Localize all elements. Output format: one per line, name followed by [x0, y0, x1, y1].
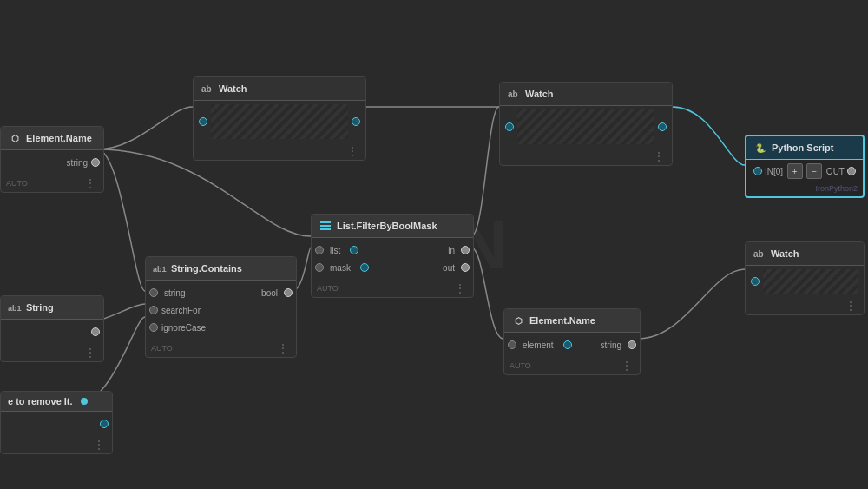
string-contains-searchfor-in[interactable]	[149, 306, 158, 314]
element-name-node-2: ⬡ Element.Name element string AUTO ⋮	[503, 308, 641, 375]
string-node-body	[1, 320, 103, 344]
python-icon: 🐍	[753, 141, 767, 155]
python-plus-btn[interactable]: +	[787, 163, 803, 179]
watch-2-port-in[interactable]	[505, 122, 514, 131]
element-icon-1: ⬡	[8, 131, 22, 145]
element-name-2-header: ⬡ Element.Name	[504, 309, 640, 333]
list-filter-list-out[interactable]	[350, 246, 358, 254]
element-name-1-header: ⬡ Element.Name	[1, 127, 103, 150]
element-name-2-element-in[interactable]	[508, 340, 516, 349]
list-filter-menu[interactable]: ⋮	[452, 281, 468, 295]
string-node-menu[interactable]: ⋮	[82, 346, 98, 360]
note-header: e to remove It.	[1, 392, 112, 412]
svg-text:ab: ab	[508, 89, 518, 99]
string-contains-string-in[interactable]	[149, 288, 158, 297]
watch-3-display	[763, 269, 858, 294]
list-filter-body: list in mask out	[312, 238, 473, 280]
svg-rect-5	[320, 228, 331, 230]
element-name-2-port: element string	[504, 336, 640, 354]
svg-text:ab: ab	[201, 84, 212, 94]
watch-1-menu[interactable]: ⋮	[345, 144, 360, 158]
watch-2-header: ab Watch	[500, 83, 672, 106]
list-filter-mask-label: mask	[326, 263, 354, 273]
element-name-2-element-out[interactable]	[563, 340, 572, 349]
element-name-2-title: Element.Name	[529, 315, 595, 326]
list-filter-list-in[interactable]	[315, 246, 324, 254]
python-script-node: 🐍 Python Script IN[0] + − OUT IronPython…	[745, 135, 865, 198]
watch-3-menu[interactable]: ⋮	[843, 299, 858, 313]
element-name-2-auto: AUTO	[510, 361, 531, 370]
string-node: ab12 String ⋮	[0, 295, 104, 362]
string-contains-body: string bool searchFor ignoreCase	[146, 281, 296, 340]
string-contains-menu[interactable]: ⋮	[275, 341, 291, 355]
watch-2-menu[interactable]: ⋮	[651, 149, 667, 163]
list-filter-auto: AUTO	[317, 284, 339, 293]
list-filter-out-label: out	[439, 263, 458, 273]
string-contains-string-label: string	[161, 288, 188, 298]
svg-text:ab: ab	[753, 249, 764, 259]
watch-1-port-out[interactable]	[352, 117, 360, 126]
list-filter-mask-in[interactable]	[315, 263, 324, 272]
note-footer: ⋮	[1, 436, 112, 453]
watch-2-title: Watch	[525, 89, 554, 99]
watch-2-icon: ab	[507, 87, 521, 101]
string-contains-node: ab12 String.Contains string bool searchF…	[145, 256, 297, 358]
list-filter-mask-out[interactable]	[360, 263, 369, 272]
element-name-2-menu[interactable]: ⋮	[619, 359, 635, 373]
note-node: e to remove It. ⋮	[0, 391, 113, 454]
watch-node-3: ab Watch ⋮	[745, 241, 865, 315]
note-menu[interactable]: ⋮	[91, 438, 107, 452]
watch-node-1: ab Watch ⋮	[193, 76, 366, 161]
python-out-label: OUT	[826, 167, 845, 176]
svg-rect-3	[320, 221, 331, 223]
string-node-out-port[interactable]	[91, 327, 100, 336]
python-port-in[interactable]	[753, 167, 762, 175]
list-filter-in-out[interactable]	[461, 246, 470, 254]
python-header: 🐍 Python Script	[746, 136, 863, 160]
watch-2-port-out[interactable]	[658, 122, 667, 131]
string-contains-port-ignorecase: ignoreCase	[146, 319, 296, 336]
watch-2-display	[517, 109, 654, 144]
list-filter-icon	[319, 219, 332, 233]
element-name-1-title: Element.Name	[26, 133, 92, 143]
watch-2-body	[500, 106, 672, 148]
string-contains-port-searchfor: searchFor	[146, 301, 296, 319]
note-out-port[interactable]	[100, 420, 108, 428]
list-filter-header: List.FilterByBoolMask	[312, 215, 473, 238]
svg-text:ab12: ab12	[8, 304, 22, 313]
watch-3-body	[746, 266, 864, 297]
watch-1-footer: ⋮	[194, 142, 365, 160]
element-name-node-1: ⬡ Element.Name string AUTO ⋮	[0, 126, 104, 193]
element-name-1-body: string	[1, 150, 103, 175]
list-filter-out-out[interactable]	[461, 263, 470, 272]
element-name-1-string-port[interactable]	[91, 158, 100, 167]
note-title: e to remove It.	[8, 396, 73, 406]
python-minus-btn[interactable]: −	[806, 163, 822, 179]
string-contains-auto: AUTO	[151, 344, 173, 353]
list-filter-port-mask: mask out	[312, 259, 473, 276]
list-filter-list-label: list	[326, 246, 344, 255]
string-node-title: String	[26, 302, 54, 313]
string-contains-ignorecase-label: ignoreCase	[158, 323, 209, 333]
list-filter-node: List.FilterByBoolMask list in mask	[311, 214, 474, 298]
element-name-1-menu[interactable]: ⋮	[82, 176, 98, 190]
element-name-1-port-out: string	[1, 154, 103, 171]
element-name-1-footer: AUTO ⋮	[1, 175, 103, 192]
string-contains-title: String.Contains	[171, 263, 242, 274]
list-filter-title: List.FilterByBoolMask	[337, 221, 437, 231]
watch-1-header: ab Watch	[194, 77, 365, 101]
element-name-2-string-port[interactable]	[628, 340, 636, 349]
svg-text:ab12: ab12	[153, 265, 167, 274]
watch-1-icon: ab	[201, 82, 214, 96]
watch-node-2: ab Watch ⋮	[499, 82, 673, 166]
watch-3-title: Watch	[771, 248, 799, 259]
string-node-footer: ⋮	[1, 344, 103, 361]
watch-3-port-in[interactable]	[751, 277, 760, 286]
string-contains-ignorecase-in[interactable]	[149, 323, 158, 332]
watch-1-port-in[interactable]	[199, 117, 207, 126]
svg-rect-4	[320, 225, 331, 227]
string-contains-bool-out[interactable]	[284, 288, 293, 297]
python-footer-text: IronPython2	[815, 184, 858, 193]
python-port-out[interactable]	[847, 167, 856, 175]
string-contains-bool-label: bool	[258, 288, 281, 298]
